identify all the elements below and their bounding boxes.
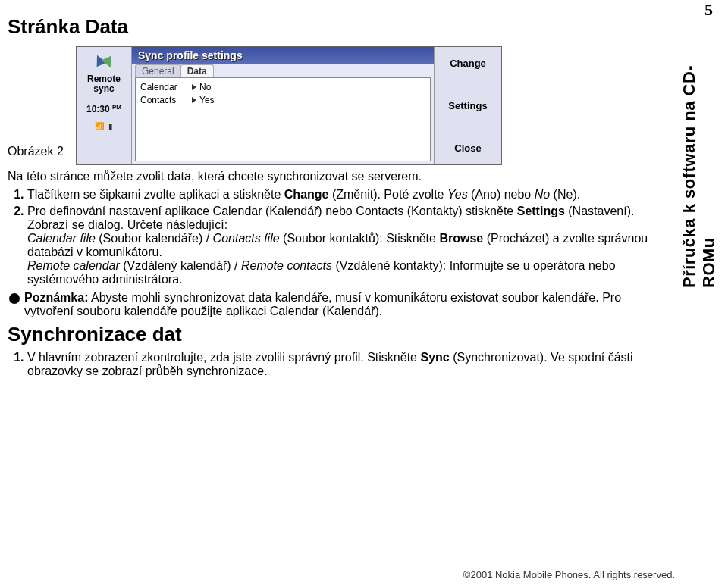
step-1: Tlačítkem se šipkami zvolte aplikaci a s…: [27, 188, 667, 202]
note-bullet-icon: [9, 293, 20, 304]
battery-icon: ▮: [108, 122, 113, 130]
remote-sync-label: Remote sync: [87, 74, 121, 93]
chevron-right-icon: [192, 84, 196, 90]
device-status-icons: 📶 ▮: [95, 122, 113, 130]
device-title-bar: Sync profile settings: [132, 47, 434, 64]
signal-icon: 📶: [95, 122, 104, 130]
device-left-panel: Remote sync 10:30 PM 📶 ▮: [77, 47, 132, 164]
remote-sync-icon: [93, 52, 115, 73]
sidebar-title: Příručka k softwaru na CD-ROMu: [679, 23, 719, 288]
device-right-panel: Change Settings Close: [434, 47, 501, 164]
close-button[interactable]: Close: [454, 142, 481, 154]
device-tabs: General Data: [132, 64, 434, 77]
page-title: Stránka Data: [8, 15, 667, 39]
sync-steps: V hlavním zobrazení zkontrolujte, zda js…: [8, 351, 667, 378]
sync-step-1: V hlavním zobrazení zkontrolujte, zda js…: [27, 351, 667, 378]
page-number: 5: [704, 0, 713, 20]
device-screenshot: Remote sync 10:30 PM 📶 ▮ Sync profile se…: [76, 46, 502, 165]
device-list: Calendar Contacts No Yes: [135, 77, 431, 161]
steps-list: Tlačítkem se šipkami zvolte aplikaci a s…: [8, 188, 667, 286]
figure-label: Obrázek 2: [8, 145, 76, 158]
tab-general[interactable]: General: [135, 64, 181, 77]
device-center-panel: Sync profile settings General Data Calen…: [132, 47, 434, 164]
footer-copyright: ©2001 Nokia Mobile Phones. All rights re…: [463, 569, 675, 580]
row-contacts-value[interactable]: Yes: [192, 94, 215, 107]
lead-text: Na této stránce můžete zvolit data, kter…: [8, 170, 667, 183]
content: Stránka Data Obrázek 2 Remote sync 10:30…: [0, 0, 713, 378]
chevron-right-icon: [192, 97, 196, 103]
row-contacts-label: Contacts: [140, 94, 189, 107]
note-label: Poznámka:: [24, 291, 88, 304]
row-calendar-label: Calendar: [140, 81, 189, 94]
figure-row: Obrázek 2 Remote sync 10:30 PM 📶 ▮: [8, 46, 667, 165]
note-body: Abyste mohli synchronizovat data kalendá…: [24, 291, 621, 317]
settings-button[interactable]: Settings: [448, 100, 487, 111]
device-time: 10:30 PM: [86, 104, 121, 114]
row-calendar-value[interactable]: No: [192, 81, 215, 94]
step-2: Pro definování nastavení aplikace Calend…: [27, 205, 667, 286]
tab-data[interactable]: Data: [180, 64, 214, 77]
change-button[interactable]: Change: [450, 58, 486, 69]
copyright-icon: ©: [463, 569, 471, 580]
sync-heading: Synchronizace dat: [8, 323, 667, 346]
note: Poznámka: Abyste mohli synchronizovat da…: [8, 291, 667, 318]
